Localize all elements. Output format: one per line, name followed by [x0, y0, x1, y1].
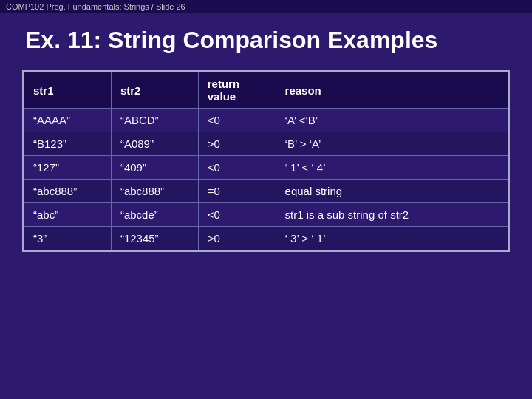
cell-reason: equal string: [276, 180, 508, 203]
comparison-table-wrapper: str1 str2 return value reason “AAAA”“ABC…: [22, 70, 510, 252]
table-row: “AAAA”“ABCD”<0‘A’ <‘B’: [24, 109, 508, 132]
cell-str1: “abc888”: [24, 180, 112, 203]
table-row: “127”“409”<0‘ 1’ < ‘ 4’: [24, 156, 508, 180]
cell-retval: >0: [198, 227, 276, 250]
slide-container: Ex. 11: String Comparison Examples str1 …: [0, 13, 532, 396]
slide-title: Ex. 11: String Comparison Examples: [22, 27, 510, 54]
table-row: “3”“12345”>0‘ 3’ > ‘ 1’: [24, 227, 508, 250]
cell-reason: ‘B’ > ‘A’: [276, 132, 508, 156]
cell-str2: “409”: [111, 156, 198, 180]
cell-str2: “abcde”: [111, 203, 198, 227]
top-bar: COMP102 Prog. Fundamentals: Strings / Sl…: [0, 0, 532, 13]
col-header-reason: reason: [276, 72, 508, 109]
comparison-table: str1 str2 return value reason “AAAA”“ABC…: [24, 72, 508, 250]
table-header-row: str1 str2 return value reason: [24, 72, 508, 109]
cell-str1: “127”: [24, 156, 112, 180]
cell-str2: “12345”: [111, 227, 198, 250]
table-row: “B123”“A089”>0‘B’ > ‘A’: [24, 132, 508, 156]
cell-retval: >0: [198, 132, 276, 156]
cell-retval: <0: [198, 109, 276, 132]
cell-reason: str1 is a sub string of str2: [276, 203, 508, 227]
table-row: “abc888”“abc888”=0equal string: [24, 180, 508, 203]
cell-reason: ‘ 1’ < ‘ 4’: [276, 156, 508, 180]
cell-retval: <0: [198, 203, 276, 227]
col-header-str2: str2: [111, 72, 198, 109]
cell-str2: “ABCD”: [111, 109, 198, 132]
cell-str2: “A089”: [111, 132, 198, 156]
cell-str1: “AAAA”: [24, 109, 112, 132]
cell-str1: “abc”: [24, 203, 112, 227]
cell-retval: <0: [198, 156, 276, 180]
cell-str1: “3”: [24, 227, 112, 250]
col-header-str1: str1: [24, 72, 112, 109]
cell-str2: “abc888”: [111, 180, 198, 203]
cell-reason: ‘ 3’ > ‘ 1’: [276, 227, 508, 250]
col-header-retval: return value: [198, 72, 276, 109]
slide-label: COMP102 Prog. Fundamentals: Strings / Sl…: [6, 2, 185, 11]
table-row: “abc”“abcde”<0str1 is a sub string of st…: [24, 203, 508, 227]
cell-str1: “B123”: [24, 132, 112, 156]
cell-retval: =0: [198, 180, 276, 203]
cell-reason: ‘A’ <‘B’: [276, 109, 508, 132]
